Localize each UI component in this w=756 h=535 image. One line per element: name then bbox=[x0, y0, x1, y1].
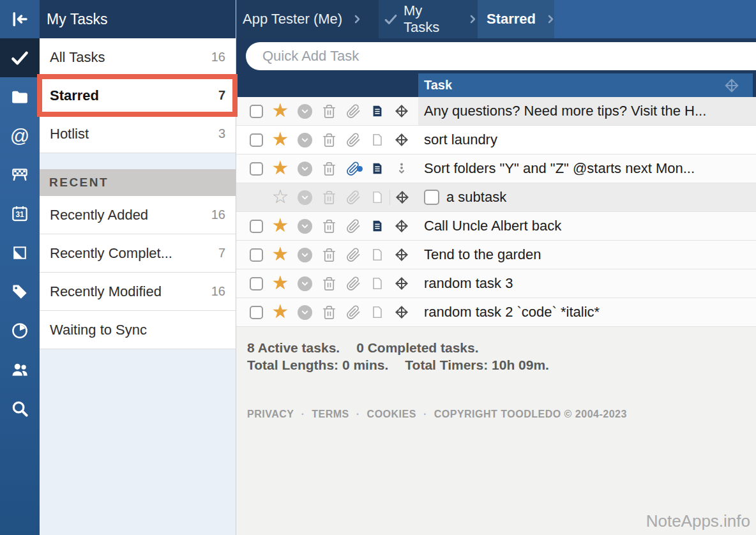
privacy-link[interactable]: PRIVACY bbox=[247, 409, 294, 419]
paperclip-icon-attachment[interactable] bbox=[341, 162, 365, 176]
note-icon-outline[interactable] bbox=[365, 305, 389, 319]
paperclip-icon[interactable] bbox=[341, 248, 365, 262]
paperclip-icon[interactable] bbox=[341, 104, 365, 119]
task-checkbox[interactable] bbox=[244, 105, 268, 118]
star-icon[interactable]: ★ bbox=[268, 302, 292, 321]
rail-item-goals[interactable] bbox=[0, 155, 40, 194]
task-checkbox[interactable] bbox=[244, 248, 268, 262]
priority-chevron-icon[interactable] bbox=[292, 162, 317, 176]
task-checkbox[interactable] bbox=[244, 220, 268, 233]
note-icon-outline[interactable] bbox=[365, 276, 389, 290]
note-icon-filled[interactable] bbox=[365, 162, 389, 176]
task-checkbox[interactable] bbox=[244, 133, 268, 147]
rail-item-contexts[interactable]: @ bbox=[0, 116, 40, 155]
paperclip-icon[interactable] bbox=[341, 305, 365, 320]
paperclip-icon[interactable] bbox=[341, 276, 365, 291]
breadcrumb-my-tasks[interactable]: My Tasks bbox=[379, 0, 478, 38]
star-icon[interactable]: ★ bbox=[268, 245, 292, 264]
breadcrumb-starred[interactable]: Starred bbox=[478, 0, 554, 38]
priority-chevron-icon[interactable] bbox=[292, 104, 317, 119]
drag-handle-icon[interactable] bbox=[389, 132, 414, 147]
trash-icon[interactable] bbox=[317, 305, 341, 320]
task-title[interactable]: random task 3 bbox=[418, 269, 756, 298]
drag-handle-icon[interactable] bbox=[389, 218, 414, 234]
priority-chevron-icon[interactable] bbox=[292, 248, 317, 262]
task-checkbox[interactable] bbox=[244, 306, 268, 319]
rail-item-collaborate[interactable] bbox=[0, 350, 40, 389]
priority-chevron-icon[interactable] bbox=[292, 305, 317, 320]
task-title[interactable]: a subtask bbox=[446, 189, 506, 206]
note-icon-outline[interactable] bbox=[365, 190, 389, 204]
trash-icon[interactable] bbox=[317, 219, 341, 234]
sidebar-item-recently-added[interactable]: Recently Added 16 bbox=[40, 196, 236, 234]
star-icon[interactable]: ★ bbox=[268, 130, 292, 149]
star-icon-outline[interactable]: ☆ bbox=[268, 187, 292, 206]
trash-icon[interactable] bbox=[317, 133, 341, 147]
trash-icon[interactable] bbox=[317, 190, 341, 205]
drag-handle-icon[interactable] bbox=[389, 276, 414, 291]
task-title[interactable]: Sort folders "Y" and "Z" @starts next Mo… bbox=[418, 154, 756, 183]
table-header-task-column[interactable]: Task bbox=[418, 73, 753, 97]
task-checkbox[interactable] bbox=[244, 277, 268, 290]
note-icon-filled[interactable] bbox=[365, 219, 389, 233]
note-icon-outline[interactable] bbox=[365, 248, 389, 262]
rail-item-tasks[interactable] bbox=[0, 38, 40, 77]
recent-section-header: RECENT bbox=[40, 169, 236, 196]
rail-item-calendar[interactable]: 31 bbox=[0, 194, 40, 233]
drag-handle-icon[interactable] bbox=[389, 103, 414, 119]
quick-add-task-input[interactable] bbox=[246, 42, 756, 70]
paperclip-icon[interactable] bbox=[341, 219, 365, 234]
priority-chevron-icon[interactable] bbox=[292, 219, 317, 234]
sidebar-item-label: Recently Complet... bbox=[50, 245, 172, 262]
sidebar-item-waiting-to-sync[interactable]: Waiting to Sync bbox=[40, 311, 236, 349]
task-title[interactable]: Any questions? Need more tips? Visit the… bbox=[418, 97, 756, 125]
task-row-icons: ☆ bbox=[236, 183, 418, 211]
cookies-link[interactable]: COOKIES bbox=[367, 409, 416, 419]
breadcrumb-account[interactable]: App Tester (Me) bbox=[236, 0, 379, 38]
task-row: ★ Any questions? Need more tips? Visit t… bbox=[236, 97, 756, 126]
task-title[interactable]: sort laundry bbox=[418, 126, 756, 154]
priority-chevron-icon[interactable] bbox=[292, 190, 317, 205]
sidebar-spacer bbox=[40, 153, 236, 169]
sidebar-item-all-tasks[interactable]: All Tasks 16 bbox=[40, 38, 236, 77]
rail-item-search[interactable] bbox=[0, 389, 40, 428]
noteapps-watermark: NoteApps.info bbox=[646, 511, 750, 531]
sidebar-item-recently-completed[interactable]: Recently Complet... 7 bbox=[40, 234, 236, 273]
note-icon-filled[interactable] bbox=[365, 104, 389, 118]
paperclip-icon[interactable] bbox=[341, 190, 365, 205]
task-row: ★ sort laundry bbox=[236, 126, 756, 154]
trash-icon[interactable] bbox=[317, 162, 341, 176]
collapse-sidebar-button[interactable] bbox=[0, 0, 40, 38]
rail-item-timers[interactable] bbox=[0, 311, 40, 350]
task-title[interactable]: Call Uncle Albert back bbox=[418, 212, 756, 240]
terms-link[interactable]: TERMS bbox=[312, 409, 349, 419]
note-icon-outline[interactable] bbox=[365, 133, 389, 147]
task-title[interactable]: Tend to the garden bbox=[418, 241, 756, 269]
drag-handle-icon[interactable] bbox=[389, 305, 414, 320]
star-icon[interactable]: ★ bbox=[268, 216, 292, 235]
task-title[interactable]: random task 2 `code` *italic* bbox=[418, 298, 756, 326]
rail-item-notes[interactable] bbox=[0, 233, 40, 272]
task-checkbox[interactable] bbox=[244, 162, 268, 176]
completed-tasks-count: 0 Completed tasks. bbox=[356, 340, 478, 355]
rail-item-folders[interactable] bbox=[0, 77, 40, 116]
trash-icon[interactable] bbox=[317, 276, 341, 291]
trash-icon[interactable] bbox=[317, 104, 341, 119]
sidebar-item-recently-modified[interactable]: Recently Modified 16 bbox=[40, 273, 236, 311]
sidebar-item-hotlist[interactable]: Hotlist 3 bbox=[40, 115, 236, 153]
rail-item-tags[interactable] bbox=[0, 272, 40, 311]
sidebar-item-starred[interactable]: Starred 7 bbox=[40, 77, 236, 115]
move-column-icon[interactable] bbox=[723, 77, 740, 94]
star-icon[interactable]: ★ bbox=[268, 101, 292, 120]
priority-chevron-icon[interactable] bbox=[292, 276, 317, 291]
star-icon[interactable]: ★ bbox=[268, 273, 292, 292]
drag-handle-icon[interactable] bbox=[389, 247, 414, 262]
subtask-checkbox[interactable] bbox=[424, 190, 439, 205]
toodledo-app: @ 31 bbox=[0, 0, 756, 535]
paperclip-icon[interactable] bbox=[341, 133, 365, 147]
drag-handle-icon[interactable] bbox=[389, 190, 414, 205]
trash-icon[interactable] bbox=[317, 248, 341, 262]
priority-chevron-icon[interactable] bbox=[292, 133, 317, 147]
star-icon[interactable]: ★ bbox=[268, 158, 292, 177]
subtask-expand-icon[interactable] bbox=[389, 161, 414, 176]
